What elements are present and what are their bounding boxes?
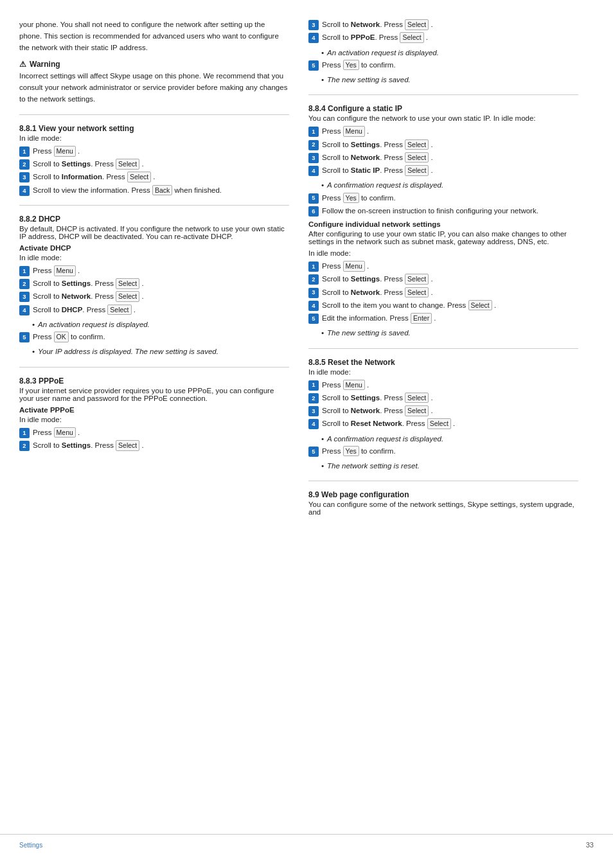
step-num: 2	[308, 140, 319, 150]
activate-dhcp-title: Activate DHCP	[19, 244, 289, 252]
section-882-intro: By default, DHCP is activated. If you co…	[19, 225, 289, 240]
select-badge: Select	[116, 291, 139, 302]
select-badge: Select	[116, 159, 139, 170]
step-num: 5	[308, 193, 319, 204]
menu-badge: Menu	[54, 265, 76, 276]
bullet-item: • The new setting is saved.	[308, 328, 578, 339]
step-text: Edit the information. Press Enter .	[322, 313, 578, 324]
step-text: Scroll to DHCP. Press Select .	[33, 305, 289, 315]
step-num: 1	[308, 261, 319, 272]
step-num: 5	[308, 447, 319, 457]
select-badge: Select	[427, 418, 451, 429]
dhcp-steps-2: 5 Press OK to confirm.	[19, 332, 289, 342]
menu-badge: Menu	[343, 380, 365, 391]
step-text: Press Menu .	[322, 126, 578, 137]
step-text: Scroll to Settings. Press Select .	[33, 159, 289, 170]
select-badge: Select	[116, 440, 139, 451]
select-badge: Select	[405, 19, 429, 30]
step-num: 4	[308, 33, 319, 43]
pppoe-steps: 1 Press Menu . 2 Scroll to Settings. Pre…	[19, 427, 289, 452]
step-num: 1	[308, 127, 319, 137]
warning-block: ⚠ Warning Incorrect settings will affect…	[19, 60, 289, 105]
step-num: 3	[308, 153, 319, 163]
static-ip-steps-2: 5 Press Yes to confirm. 6 Follow the on-…	[308, 193, 578, 217]
back-badge: Back	[152, 185, 172, 196]
step-text: Scroll to the item you want to change. P…	[322, 300, 578, 311]
step-item: 5 Edit the information. Press Enter .	[308, 313, 578, 324]
static-ip-steps: 1 Press Menu . 2 Scroll to Settings. Pre…	[308, 126, 578, 176]
dhcp-steps: 1 Press Menu . 2 Scroll to Settings. Pre…	[19, 265, 289, 315]
step-item: 5 Press Yes to confirm.	[308, 60, 578, 71]
step-num: 5	[308, 314, 319, 324]
step-text: Press OK to confirm.	[33, 332, 289, 342]
section-884-title: 8.8.4 Configure a static IP	[308, 104, 578, 113]
step-num: 1	[308, 380, 319, 391]
bullet-item: • Your IP address is displayed. The new …	[19, 346, 289, 357]
configure-individual-intro: After configuring to use your own static…	[308, 230, 578, 245]
warning-text: Incorrect settings will affect Skype usa…	[19, 71, 289, 105]
step-item: 4 Scroll to the item you want to change.…	[308, 300, 578, 311]
step-text: Press Menu .	[33, 265, 289, 276]
step-item: 4 Scroll to PPPoE. Press Select .	[308, 32, 578, 43]
step-item: 5 Press OK to confirm.	[19, 332, 289, 342]
page-footer: Settings 33	[0, 834, 613, 849]
divider-right-1	[308, 94, 578, 95]
step-text: Press Yes to confirm.	[322, 446, 578, 457]
step-item: 1 Press Menu .	[308, 126, 578, 137]
step-item: 4 Scroll to Static IP. Press Select .	[308, 165, 578, 176]
step-item: 3 Scroll to Network. Press Select .	[308, 287, 578, 298]
step-num: 5	[19, 332, 30, 342]
section-885-title: 8.8.5 Reset the Network	[308, 358, 578, 367]
step-num: 3	[308, 20, 319, 30]
step-item: 2 Scroll to Settings. Press Select .	[19, 278, 289, 289]
step-num: 2	[19, 159, 30, 170]
step-num: 3	[19, 172, 30, 182]
step-item: 3 Scroll to Information. Press Select .	[19, 172, 289, 182]
step-num: 3	[308, 406, 319, 416]
section-881-steps: 1 Press Menu . 2 Scroll to Settings. Pre…	[19, 146, 289, 196]
step-item: 1 Press Menu .	[308, 380, 578, 391]
divider-right-3	[308, 481, 578, 481]
divider-3	[19, 367, 289, 368]
select-badge: Select	[107, 305, 131, 315]
menu-badge: Menu	[343, 261, 365, 272]
bullet-item: • An activation request is displayed.	[308, 48, 578, 58]
divider-2	[19, 205, 289, 206]
pppoe-steps-2: 5 Press Yes to confirm.	[308, 60, 578, 71]
step-num: 2	[19, 441, 30, 451]
step-text: Press Yes to confirm.	[322, 193, 578, 204]
section-89: 8.9 Web page configuration You can confi…	[308, 490, 578, 516]
activate-pppoe-subtitle: In idle mode:	[19, 416, 289, 423]
step-text: Scroll to Settings. Press Select .	[33, 278, 289, 289]
enter-badge: Enter	[411, 313, 432, 324]
step-num: 4	[308, 301, 319, 311]
section-883: 8.8.3 PPPoE If your internet service pro…	[19, 376, 289, 402]
select-badge: Select	[127, 172, 151, 182]
step-text: Follow the on-screen instruction to fini…	[322, 206, 578, 217]
bullet-item: • A confirmation request is displayed.	[308, 434, 578, 445]
yes-badge: Yes	[343, 60, 359, 71]
step-item: 1 Press Menu .	[19, 146, 289, 157]
step-text: Press Menu .	[322, 261, 578, 272]
configure-individual-title: Configure individual network settings	[308, 220, 578, 228]
step-text: Press Menu .	[33, 146, 289, 157]
select-badge: Select	[405, 139, 429, 150]
select-badge: Select	[405, 393, 429, 403]
yes-badge: Yes	[343, 193, 359, 204]
step-num: 4	[19, 186, 30, 196]
warning-icon: ⚠	[19, 60, 26, 69]
step-item: 3 Scroll to Network. Press Select .	[308, 405, 578, 416]
step-text: Press Yes to confirm.	[322, 60, 578, 71]
activate-dhcp-subtitle: In idle mode:	[19, 254, 289, 261]
select-badge: Select	[468, 300, 492, 311]
section-882: 8.8.2 DHCP By default, DHCP is activated…	[19, 215, 289, 240]
configure-individual-subtitle: In idle mode:	[308, 249, 578, 257]
page-number: 33	[586, 841, 594, 849]
step-num: 2	[19, 279, 30, 289]
step-num: 2	[308, 274, 319, 285]
step-item: 4 Scroll to Reset Network. Press Select …	[308, 418, 578, 429]
ok-badge: OK	[54, 332, 69, 342]
select-badge: Select	[116, 278, 139, 289]
bullet-item: • The new setting is saved.	[308, 75, 578, 85]
step-item: 1 Press Menu .	[19, 427, 289, 438]
